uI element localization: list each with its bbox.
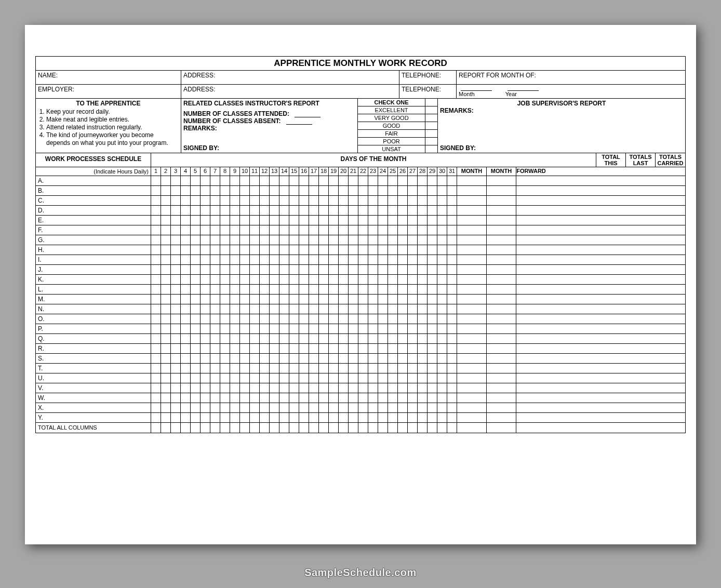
- grid-cell[interactable]: [398, 373, 408, 383]
- grid-cell[interactable]: [240, 403, 250, 412]
- grid-cell[interactable]: [398, 196, 408, 205]
- total-cell[interactable]: [516, 295, 546, 304]
- grid-cell[interactable]: [270, 206, 279, 215]
- grid-cell[interactable]: [191, 235, 201, 245]
- grid-cell[interactable]: [388, 403, 398, 412]
- grid-cell[interactable]: [437, 265, 447, 274]
- grid-cell[interactable]: [279, 235, 289, 245]
- grid-cell[interactable]: [309, 275, 319, 284]
- grid-cell[interactable]: [230, 304, 240, 314]
- grid-cell[interactable]: [210, 373, 220, 383]
- grid-cell[interactable]: [299, 196, 309, 205]
- grid-cell[interactable]: [408, 206, 418, 215]
- grid-cell[interactable]: [408, 265, 418, 274]
- grid-cell[interactable]: [368, 354, 378, 363]
- grid-cell[interactable]: [210, 354, 220, 363]
- grid-cell[interactable]: [437, 354, 447, 363]
- grid-cell[interactable]: [437, 334, 447, 343]
- total-cell[interactable]: [487, 235, 516, 245]
- grid-cell[interactable]: [201, 393, 210, 403]
- grid-cell[interactable]: [220, 295, 230, 304]
- grid-cell[interactable]: [368, 304, 378, 314]
- grid-cell[interactable]: [388, 304, 398, 314]
- grid-cell[interactable]: [161, 413, 171, 422]
- grid-cell[interactable]: [428, 176, 437, 185]
- grid-cell[interactable]: [151, 196, 161, 205]
- grid-cell[interactable]: [349, 413, 358, 422]
- grid-cell[interactable]: [191, 324, 201, 333]
- grid-cell[interactable]: [378, 344, 388, 353]
- grid-cell[interactable]: [230, 334, 240, 343]
- grid-cell[interactable]: [230, 186, 240, 195]
- grid-cell[interactable]: [191, 304, 201, 314]
- grid-cell[interactable]: [368, 196, 378, 205]
- grid-cell[interactable]: [299, 265, 309, 274]
- grid-cell[interactable]: [368, 235, 378, 245]
- total-cell[interactable]: [487, 364, 516, 373]
- grid-cell[interactable]: [358, 373, 368, 383]
- grid-cell[interactable]: [329, 364, 339, 373]
- grid-cell[interactable]: [319, 235, 329, 245]
- grid-cell[interactable]: [181, 324, 191, 333]
- grid-cell[interactable]: [299, 364, 309, 373]
- grid-cell[interactable]: [388, 334, 398, 343]
- grid-cell[interactable]: [161, 225, 171, 235]
- grid-cell[interactable]: [358, 403, 368, 412]
- grid-cell[interactable]: [270, 275, 279, 284]
- grid-cell[interactable]: [339, 334, 349, 343]
- grid-cell[interactable]: [171, 186, 181, 195]
- grid-cell[interactable]: [378, 413, 388, 422]
- grid-cell[interactable]: [260, 196, 270, 205]
- grid-cell[interactable]: [270, 403, 279, 412]
- grid-cell[interactable]: [161, 324, 171, 333]
- signed-instructor[interactable]: SIGNED BY:: [183, 144, 219, 152]
- grid-cell[interactable]: [319, 403, 329, 412]
- grid-cell[interactable]: [279, 423, 289, 433]
- grid-cell[interactable]: [428, 255, 437, 264]
- total-cell[interactable]: [487, 176, 516, 186]
- grid-cell[interactable]: [260, 383, 270, 393]
- grid-cell[interactable]: [220, 373, 230, 383]
- grid-cell[interactable]: [210, 225, 220, 235]
- grid-cell[interactable]: [388, 383, 398, 393]
- grid-cell[interactable]: [250, 295, 260, 304]
- total-cell[interactable]: [516, 245, 546, 255]
- grid-cell[interactable]: [378, 393, 388, 403]
- grid-cell[interactable]: [151, 265, 161, 274]
- total-cell[interactable]: [457, 255, 487, 265]
- grid-cell[interactable]: [358, 295, 368, 304]
- grid-cell[interactable]: [408, 324, 418, 333]
- grid-cell[interactable]: [418, 403, 428, 412]
- grid-cell[interactable]: [339, 255, 349, 264]
- grid-cell[interactable]: [270, 344, 279, 353]
- grid-cell[interactable]: [191, 255, 201, 264]
- grid-cell[interactable]: [161, 265, 171, 274]
- grid-cell[interactable]: [279, 295, 289, 304]
- total-cell[interactable]: [487, 314, 516, 324]
- grid-cell[interactable]: [240, 285, 250, 294]
- grid-cell[interactable]: [428, 206, 437, 215]
- grid-cell[interactable]: [428, 364, 437, 373]
- grid-cell[interactable]: [161, 393, 171, 403]
- grid-cell[interactable]: [240, 383, 250, 393]
- grid-cell[interactable]: [408, 423, 418, 433]
- grid-cell[interactable]: [191, 225, 201, 235]
- grid-cell[interactable]: [161, 275, 171, 284]
- grid-cell[interactable]: [319, 206, 329, 215]
- grid-cell[interactable]: [447, 393, 457, 403]
- grid-cell[interactable]: [349, 295, 358, 304]
- grid-cell[interactable]: [289, 373, 299, 383]
- grid-cell[interactable]: [191, 295, 201, 304]
- grid-cell[interactable]: [161, 314, 171, 324]
- grid-cell[interactable]: [349, 186, 358, 195]
- grid-cell[interactable]: [339, 354, 349, 363]
- grid-cell[interactable]: [181, 255, 191, 264]
- grid-cell[interactable]: [279, 176, 289, 185]
- grid-cell[interactable]: [260, 295, 270, 304]
- grid-cell[interactable]: [428, 324, 437, 333]
- grid-cell[interactable]: [319, 285, 329, 294]
- total-cell[interactable]: [457, 314, 487, 324]
- grid-cell[interactable]: [210, 265, 220, 274]
- grid-cell[interactable]: [447, 275, 457, 284]
- grid-cell[interactable]: [418, 186, 428, 195]
